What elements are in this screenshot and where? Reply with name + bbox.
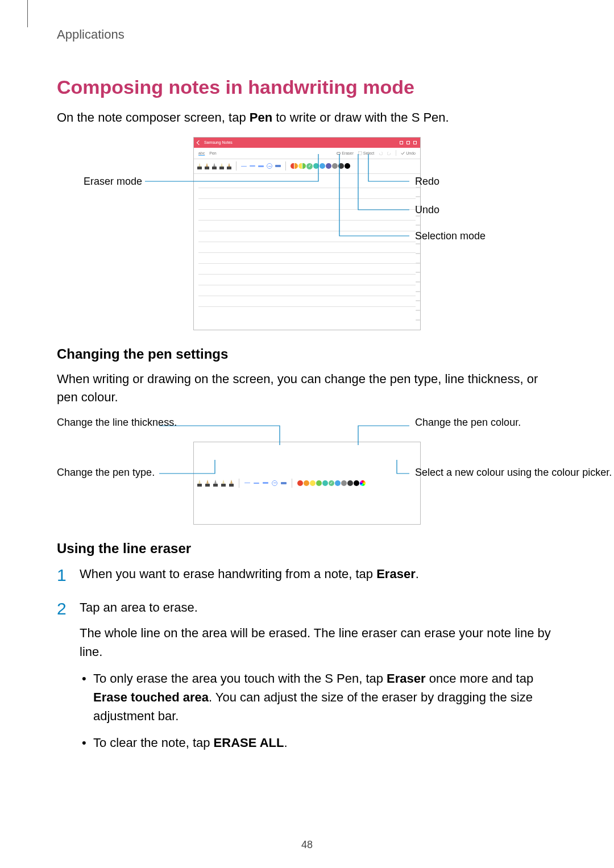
- page-title: Composing notes in handwriting mode: [57, 76, 557, 98]
- page-number: 48: [0, 839, 614, 851]
- pen-type-2-icon: [205, 163, 209, 169]
- undo-label: Undo: [406, 151, 416, 155]
- thickness-4-icon: [281, 482, 287, 484]
- pen-type-4-icon: [219, 163, 224, 169]
- palette-colour: [341, 480, 347, 486]
- palette-colour: [294, 163, 298, 169]
- bullet-list: To only erase the area you touch with th…: [80, 669, 557, 752]
- check-icon: [401, 151, 405, 155]
- divider: [396, 150, 396, 156]
- pen-type-5-icon: [229, 480, 234, 487]
- app-name: Samsung Notes: [204, 140, 233, 144]
- svg-rect-0: [337, 152, 341, 155]
- thickness-2-icon: [250, 165, 255, 167]
- thickness-1-icon: [241, 166, 247, 167]
- callout-selection-mode: Selection mode: [415, 230, 486, 242]
- palette-colour: [345, 163, 350, 169]
- palette-colour: [313, 163, 319, 169]
- colour-picker-icon: [360, 480, 366, 486]
- intro-paragraph: On the note composer screen, tap Pen to …: [57, 109, 557, 127]
- palette-colour: [302, 163, 306, 169]
- thickness-1-icon: [244, 483, 250, 483]
- pen-toolstrip: ✓: [194, 159, 420, 174]
- select-button: Select: [358, 151, 374, 155]
- b1b2: Erase touched area: [93, 690, 209, 704]
- divider: [236, 161, 237, 171]
- palette-colour: [326, 163, 331, 169]
- pen-type-3-icon: [212, 163, 217, 169]
- window-titlebar: Samsung Notes: [194, 138, 420, 148]
- select-icon: [358, 151, 362, 155]
- pen-settings-paragraph: When writing or drawing on the screen, y…: [57, 370, 557, 406]
- pen-type-5-icon: [227, 163, 231, 169]
- step-2: Tap an area to erase. The whole line on …: [57, 598, 557, 752]
- pen-tab: Pen: [209, 151, 216, 155]
- eraser-icon: [337, 151, 341, 155]
- thickness-2-icon: [254, 483, 259, 484]
- step-1: When you want to erase handwriting from …: [57, 564, 557, 583]
- keyboard-tab: abc: [198, 151, 205, 155]
- divider: [292, 479, 292, 488]
- callout-eraser-mode: Eraser mode: [57, 176, 142, 188]
- divider: [239, 479, 239, 488]
- thickness-3-icon: [258, 165, 264, 167]
- undo-button: [379, 151, 383, 155]
- step1-pre: When you want to erase handwriting from …: [80, 567, 376, 581]
- scrollbar: [417, 177, 419, 321]
- thickness-3-icon: [263, 482, 268, 484]
- b2c: .: [284, 736, 287, 750]
- palette-colour: [322, 480, 328, 486]
- select-label: Select: [363, 151, 374, 155]
- steps-list: When you want to erase handwriting from …: [57, 564, 557, 752]
- palette-colour: [335, 480, 341, 486]
- step1-post: .: [416, 567, 419, 581]
- palette-colour: ✓: [329, 480, 334, 486]
- intro-bold: Pen: [250, 110, 272, 124]
- step1-bold: Eraser: [376, 567, 416, 581]
- intro-post: to write or draw with the S Pen.: [272, 110, 449, 124]
- thickness-minus-icon: [272, 480, 277, 486]
- minimize-icon: [400, 141, 403, 144]
- palette-colour: [338, 163, 344, 169]
- palette-colour: [298, 163, 302, 169]
- colour-palette: ✓: [291, 163, 350, 169]
- palette-colour: [332, 163, 338, 169]
- palette-colour: [291, 163, 294, 169]
- thickness-4-icon: [275, 165, 281, 167]
- b1b1: Eraser: [387, 671, 426, 686]
- palette-colour: [304, 480, 309, 486]
- redo-button: [387, 151, 391, 155]
- screenshot-2-wrap: ✓ Change the line thickness. Change the …: [57, 417, 557, 525]
- colour-palette: ✓: [297, 480, 366, 486]
- palette-colour: [347, 480, 353, 486]
- b2a: To clear the note, tap: [93, 736, 214, 750]
- note-canvas: [194, 174, 420, 324]
- subheading-pen-settings: Changing the pen settings: [57, 346, 557, 362]
- thickness-minus-icon: [267, 163, 272, 169]
- breadcrumb: Applications: [57, 27, 557, 42]
- callout-colour-picker: Select a new colour using the colour pic…: [415, 467, 534, 479]
- screenshot-1-wrap: Samsung Notes abc Pen Eraser: [57, 137, 557, 330]
- undo-icon: [379, 151, 383, 155]
- pen-type-1-icon: [197, 163, 202, 169]
- pen-type-4-icon: [221, 480, 226, 487]
- back-icon: [197, 140, 201, 145]
- notes-app-mock: Samsung Notes abc Pen Eraser: [193, 137, 421, 330]
- pen-type-2-icon: [205, 480, 210, 487]
- undo-text-button: Undo: [401, 151, 416, 155]
- palette-colour: [297, 480, 303, 486]
- callout-pen-colour: Change the pen colour.: [415, 417, 529, 429]
- b2b: ERASE ALL: [214, 736, 284, 750]
- b1c: once more and tap: [426, 671, 534, 686]
- eraser-button: Eraser: [337, 151, 354, 155]
- svg-rect-1: [358, 152, 362, 155]
- eraser-label: Eraser: [342, 151, 354, 155]
- step2-line1: Tap an area to erase.: [80, 600, 198, 614]
- mode-tabbar: abc Pen Eraser Select: [194, 148, 420, 159]
- intro-pre: On the note composer screen, tap: [57, 110, 250, 124]
- subheading-line-eraser: Using the line eraser: [57, 541, 557, 556]
- selected-colour-icon: ✓: [306, 163, 313, 169]
- pen-toolbar-mock: ✓: [193, 442, 421, 525]
- pen-type-3-icon: [213, 480, 218, 487]
- callout-line-thickness: Change the line thickness.: [57, 417, 151, 429]
